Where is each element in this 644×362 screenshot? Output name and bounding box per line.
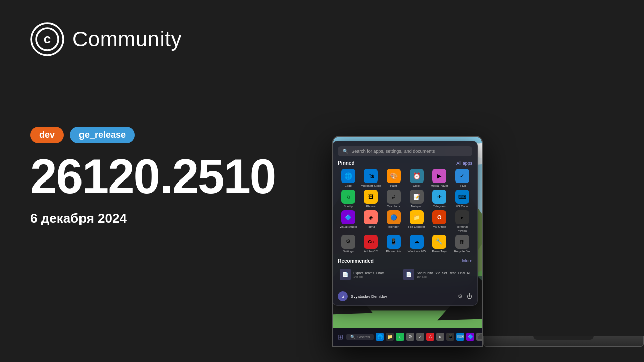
- ms-office-label: MS Office: [433, 225, 446, 229]
- list-item[interactable]: 🔧 PowerToys: [429, 235, 450, 253]
- list-item[interactable]: 🛍 Microsoft Store: [361, 169, 381, 188]
- powertoys-icon: 🔧: [432, 235, 446, 249]
- list-item[interactable]: 📄 SharePoint_Site_Set_Read_Only_All 15h …: [401, 267, 472, 282]
- version-number: 26120.2510: [30, 152, 282, 201]
- rec-file-icon-1: 📄: [340, 269, 351, 280]
- list-item[interactable]: ☁ Windows 365: [406, 235, 427, 253]
- list-item[interactable]: 🌐 Edge: [338, 169, 358, 188]
- edge-label: Edge: [345, 184, 352, 188]
- all-apps-link[interactable]: All apps: [456, 161, 472, 166]
- paint-label: Paint: [390, 184, 397, 188]
- terminal-label: Terminal Preview: [452, 225, 472, 232]
- left-panel: c Community dev ge_release 26120.2510 6 …: [0, 0, 312, 362]
- list-item[interactable]: 🔷 Visual Studio: [338, 210, 358, 232]
- telegram-label: Telegram: [433, 205, 446, 208]
- taskbar-search[interactable]: 🔍 Search: [346, 334, 374, 340]
- right-panel: 🔍 Search for apps, settings, and documen…: [312, 0, 644, 362]
- list-item[interactable]: 📄 Export_Teams_Chats 14h ago: [338, 267, 399, 282]
- phone-link-label: Phone Link: [386, 250, 401, 253]
- rec-file-time-2: 15h ago: [417, 275, 470, 278]
- power-footer-icon: ⏻: [467, 293, 472, 300]
- recommended-label: Recommended: [338, 258, 374, 264]
- figma-icon: ◈: [364, 210, 378, 224]
- list-item[interactable]: ▸ Terminal Preview: [452, 210, 472, 232]
- blender-label: Blender: [388, 225, 399, 229]
- list-item[interactable]: ⚙ Settings: [338, 235, 358, 253]
- ms-store-label: Microsoft Store: [361, 184, 381, 188]
- laptop-body: 🔍 Search for apps, settings, and documen…: [332, 136, 483, 347]
- photos-icon: 🖼: [364, 190, 378, 204]
- user-avatar: S: [338, 291, 348, 301]
- list-item[interactable]: 🎨 Paint: [383, 169, 404, 188]
- powertoys-label: PowerToys: [432, 250, 447, 253]
- settings-icon: ⚙: [341, 235, 355, 249]
- laptop-base: [483, 336, 644, 347]
- media-player-icon: ▶: [432, 169, 446, 183]
- user-name: Svyatoslav Demidov: [351, 294, 387, 299]
- calculator-icon: #: [387, 190, 401, 204]
- list-item[interactable]: 🖼 Photos: [361, 190, 381, 208]
- user-area: S Svyatoslav Demidov: [338, 291, 387, 301]
- taskbar-spotify-icon: ♫: [396, 333, 404, 341]
- rec-file-name-2: SharePoint_Site_Set_Read_Only_All: [417, 271, 470, 275]
- list-item[interactable]: 📱 Phone Link: [383, 235, 404, 253]
- list-item[interactable]: O MS Office: [429, 210, 450, 232]
- taskbar-search-text: Search: [357, 335, 370, 339]
- pinned-label: Pinned: [338, 160, 354, 166]
- taskbar-windows-icon[interactable]: ⊞: [337, 333, 343, 341]
- recycle-bin-label: Recycle Bin: [454, 250, 470, 253]
- ge-release-tag: ge_release: [70, 127, 135, 143]
- notepad-icon: 📝: [410, 190, 424, 204]
- list-item[interactable]: 📝 Notepad: [406, 190, 427, 208]
- list-item[interactable]: 🔵 Blender: [383, 210, 404, 232]
- start-menu-footer: S Svyatoslav Demidov ⚙ ⏻: [338, 291, 472, 301]
- rec-file-icon-2: 📄: [403, 269, 414, 280]
- list-item[interactable]: ✈ Telegram: [429, 190, 450, 208]
- list-item[interactable]: 🗑 Recycle Bin: [452, 235, 472, 253]
- start-search-bar[interactable]: 🔍 Search for apps, settings, and documen…: [338, 146, 472, 156]
- paint-icon: 🎨: [387, 169, 401, 183]
- media-player-label: Media Player: [431, 184, 448, 188]
- desktop-wallpaper: 🔍 Search for apps, settings, and documen…: [333, 137, 482, 328]
- list-item[interactable]: ⌨ VS Code: [452, 190, 472, 208]
- laptop-mockup: 🔍 Search for apps, settings, and documen…: [332, 15, 644, 347]
- start-search-text: Search for apps, settings, and documents: [351, 149, 435, 154]
- todo-label: To Do: [458, 184, 466, 188]
- windows-365-icon: ☁: [410, 235, 424, 249]
- list-item[interactable]: ▶ Media Player: [429, 169, 450, 188]
- list-item[interactable]: ✓ To Do: [452, 169, 472, 188]
- taskbar-adobe-icon: A: [426, 333, 434, 341]
- list-item[interactable]: 📁 File Explorer: [406, 210, 427, 232]
- file-explorer-label: File Explorer: [408, 225, 425, 229]
- list-item[interactable]: ◈ Figma: [361, 210, 381, 232]
- taskbar-icon-4: ▸: [436, 333, 444, 341]
- list-item[interactable]: ♫ Spotify: [338, 190, 358, 208]
- release-date: 6 декабря 2024: [30, 211, 282, 226]
- pinned-apps-grid: 🌐 Edge 🛍 Microsoft Store 🎨 Paint: [338, 169, 472, 253]
- settings-footer-icon: ⚙: [458, 293, 463, 300]
- taskbar-icon-5: 📱: [446, 333, 454, 341]
- spotify-label: Spotify: [344, 205, 353, 208]
- settings-label: Settings: [343, 250, 354, 253]
- recommended-section: Recommended More 📄 Export_Teams_Chats 14…: [338, 258, 472, 282]
- taskbar-system-icons: 🌐 📁 ♫ ⚙ ✓ A ▸ 📱 ⌨ 🔷 ⬛ ▦: [376, 333, 482, 341]
- windows-365-label: Windows 365: [408, 250, 426, 253]
- taskbar-vscode-icon: ⌨: [456, 333, 464, 341]
- vscode-label: VS Code: [456, 205, 468, 208]
- vscode-icon: ⌨: [455, 190, 469, 204]
- notepad-label: Notepad: [411, 205, 423, 208]
- photos-label: Photos: [366, 205, 376, 208]
- list-item[interactable]: ⏰ Clock: [406, 169, 427, 188]
- list-item[interactable]: # Calculator: [383, 190, 404, 208]
- ms-office-icon: O: [432, 210, 446, 224]
- calculator-label: Calculator: [387, 205, 400, 208]
- taskbar-icon-3: ✓: [416, 333, 424, 341]
- taskbar: ⊞ 🔍 Search 🌐 📁 ♫ ⚙ ✓ A ▸ 📱 ⌨: [333, 328, 482, 346]
- list-item[interactable]: Cc Adobe CC: [361, 235, 381, 253]
- ms-store-icon: 🛍: [364, 169, 378, 183]
- terminal-icon: ▸: [455, 210, 469, 224]
- more-link[interactable]: More: [462, 258, 473, 263]
- recommended-header: Recommended More: [338, 258, 472, 264]
- phone-link-icon: 📱: [387, 235, 401, 249]
- blender-icon: 🔵: [387, 210, 401, 224]
